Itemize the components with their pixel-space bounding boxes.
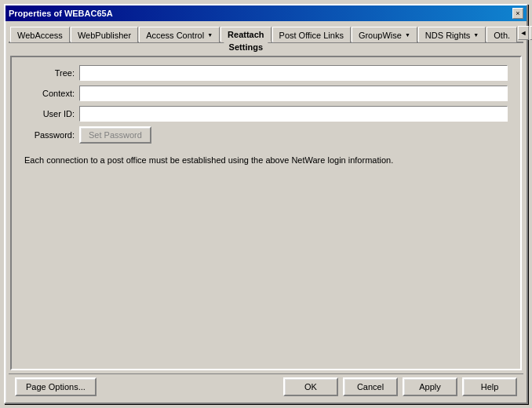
tree-row: Tree: <box>24 65 508 81</box>
tab-ndsrights[interactable]: NDS Rights ▼ <box>418 27 486 42</box>
button-bar: Page Options... OK Cancel Apply Help <box>9 373 523 399</box>
window-body: WebAccess WebPublisher Access Control ▼ … <box>5 21 527 403</box>
title-bar: Properties of WEBAC65A × <box>5 5 527 21</box>
page-options-button[interactable]: Page Options... <box>15 377 97 396</box>
tab-bar: WebAccess WebPublisher Access Control ▼ … <box>9 24 523 43</box>
tab-webpublisher[interactable]: WebPublisher <box>71 27 138 42</box>
apply-button[interactable]: Apply <box>403 377 457 396</box>
tab-scroll-left[interactable]: ◄ <box>518 26 529 40</box>
tab-webaccess[interactable]: WebAccess <box>10 27 70 42</box>
password-row: Password: Set Password <box>24 126 508 144</box>
context-input[interactable] <box>79 86 508 101</box>
userid-label: User ID: <box>24 109 79 118</box>
info-text: Each connection to a post office must be… <box>24 155 508 166</box>
context-row: Context: <box>24 86 508 101</box>
userid-input[interactable] <box>79 106 508 122</box>
set-password-button[interactable]: Set Password <box>79 126 151 144</box>
reattach-sublabel: Settings <box>224 42 268 52</box>
help-button[interactable]: Help <box>462 377 517 396</box>
userid-row: User ID: <box>24 106 508 122</box>
tab-groupwise[interactable]: GroupWise ▼ <box>352 27 417 42</box>
ok-button[interactable]: OK <box>283 377 338 396</box>
tab-reattach[interactable]: Reattach Settings <box>220 27 271 42</box>
tree-input[interactable] <box>79 65 508 81</box>
tab-postofficelinks[interactable]: Post Office Links <box>272 27 351 42</box>
password-label: Password: <box>24 130 79 140</box>
window-title: Properties of WEBAC65A <box>9 9 113 18</box>
groupwise-dropdown-arrow: ▼ <box>405 32 410 38</box>
tree-label: Tree: <box>24 68 79 78</box>
content-area: Tree: Context: User ID: Password: Set Pa… <box>10 56 522 370</box>
properties-window: Properties of WEBAC65A × WebAccess WebPu… <box>4 4 528 404</box>
ndsrights-dropdown-arrow: ▼ <box>473 32 479 38</box>
tab-accesscontrol[interactable]: Access Control ▼ <box>139 27 220 42</box>
cancel-button[interactable]: Cancel <box>343 377 398 396</box>
tab-other[interactable]: Oth. <box>486 27 517 42</box>
context-label: Context: <box>24 89 79 98</box>
accesscontrol-dropdown-arrow: ▼ <box>207 32 213 38</box>
close-button[interactable]: × <box>512 8 523 19</box>
